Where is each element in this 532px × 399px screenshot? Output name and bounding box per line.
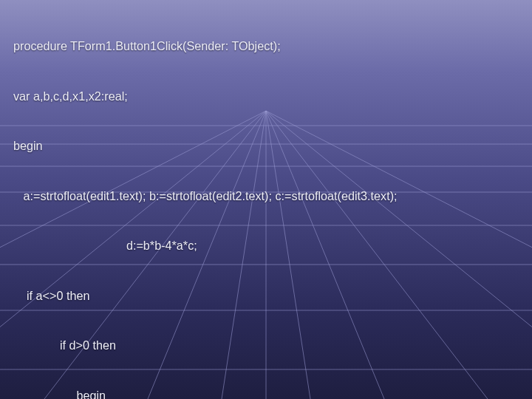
slide-root: procedure TForm1.Button1Click(Sender: TO… [0,0,532,399]
code-line: procedure TForm1.Button1Click(Sender: TO… [13,38,525,55]
code-line: if d>0 then [13,337,525,354]
code-line: if a<>0 then [13,287,525,304]
code-line: var a,b,c,d,x1,x2:real; [13,88,525,105]
code-line: begin [13,387,525,400]
code-line: a:=strtofloat(edit1.text); b:=strtofloat… [13,188,525,205]
code-line: begin [13,137,525,154]
code-line: d:=b*b-4*a*c; [13,237,525,254]
code-block: procedure TForm1.Button1Click(Sender: TO… [13,4,525,399]
